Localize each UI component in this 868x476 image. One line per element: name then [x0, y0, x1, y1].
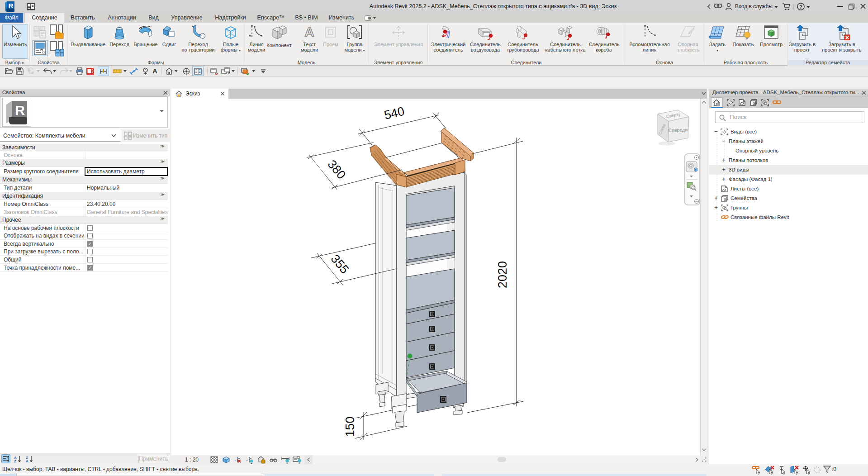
svg-text:Спереди: Спереди: [668, 127, 688, 133]
svg-text:355: 355: [328, 252, 351, 276]
svg-text:A: A: [26, 459, 28, 462]
svg-text:540: 540: [383, 104, 406, 122]
svg-text:A: A: [304, 25, 314, 39]
svg-text:150: 150: [343, 416, 357, 437]
svg-text:Z: Z: [14, 459, 16, 462]
svg-text:2020: 2020: [496, 261, 509, 288]
svg-text:R: R: [15, 103, 25, 118]
svg-text:380: 380: [325, 157, 348, 182]
svg-text:R: R: [9, 2, 14, 10]
svg-text:?: ?: [799, 4, 802, 10]
